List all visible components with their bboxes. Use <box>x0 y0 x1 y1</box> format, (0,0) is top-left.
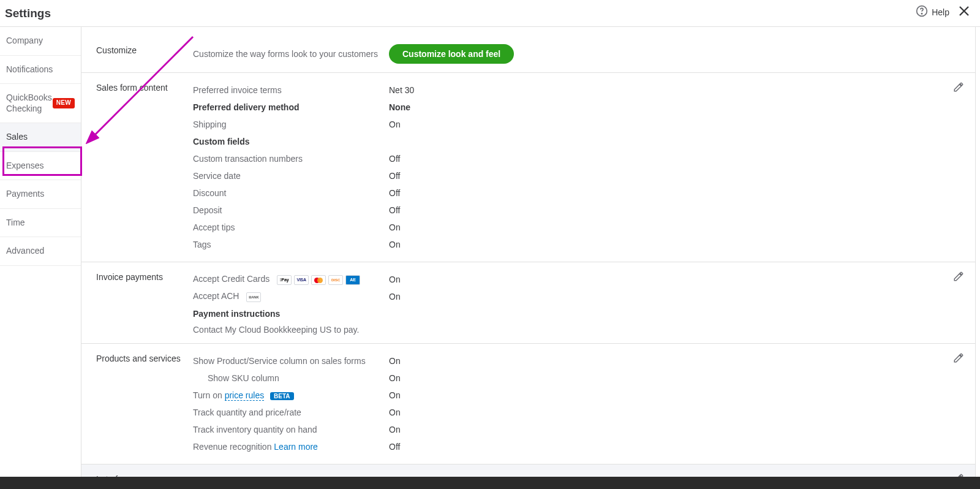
setting-label: Accept Credit Cards Pay VISA DISC AE <box>193 274 389 284</box>
price-rules-link[interactable]: price rules <box>225 390 265 401</box>
content-scroll[interactable]: Customize Customize the way forms look t… <box>81 27 980 489</box>
setting-value: On <box>389 425 401 434</box>
sidebar-item-label: Advanced <box>6 246 44 257</box>
setting-label: Accept ACH BANK <box>193 291 389 301</box>
section-products-services: Products and services Show Product/Servi… <box>81 344 980 464</box>
applepay-icon: Pay <box>277 275 292 285</box>
setting-label: Preferred invoice terms <box>193 85 389 95</box>
section-customize: Customize Customize the way forms look t… <box>81 38 980 73</box>
setting-value: None <box>389 102 410 112</box>
edit-section-button[interactable] <box>953 352 967 366</box>
mastercard-icon <box>311 275 326 285</box>
sidebar-item-label: Payments <box>6 189 44 200</box>
setting-value: On <box>389 292 401 301</box>
sidebar-item-expenses[interactable]: Expenses <box>0 152 81 181</box>
section-title: Sales form content <box>96 82 193 253</box>
help-label: Help <box>932 7 949 17</box>
beta-badge: BETA <box>270 392 293 400</box>
sidebar-item-sales[interactable]: Sales <box>0 123 81 152</box>
setting-value: On <box>389 408 401 417</box>
header: Settings Help <box>0 0 980 27</box>
sidebar-item-label: Sales <box>6 132 28 143</box>
discover-icon: DISC <box>328 275 343 285</box>
right-edge-strip <box>975 27 980 477</box>
setting-label: Discount <box>193 188 389 198</box>
sidebar-item-label: Company <box>6 36 43 47</box>
page-title: Settings <box>5 7 51 20</box>
sidebar-item-payments[interactable]: Payments <box>0 180 81 209</box>
sidebar-item-label: Time <box>6 218 25 229</box>
bank-icon: BANK <box>246 292 261 302</box>
setting-value: Off <box>389 442 400 452</box>
section-title: Customize <box>96 44 193 64</box>
sidebar-item-time[interactable]: Time <box>0 209 81 238</box>
customize-desc: Customize the way forms look to your cus… <box>193 49 389 59</box>
sidebar-item-notifications[interactable]: Notifications <box>0 56 81 85</box>
learn-more-link[interactable]: Learn more <box>274 442 318 452</box>
setting-value: Off <box>389 171 400 181</box>
setting-value: On <box>389 373 401 383</box>
sidebar-item-label: Expenses <box>6 161 43 172</box>
edit-section-button[interactable] <box>953 271 967 284</box>
setting-value: On <box>389 240 401 249</box>
setting-label: Deposit <box>193 205 389 215</box>
setting-label: Tags <box>193 240 389 249</box>
new-badge: NEW <box>53 98 75 108</box>
setting-label: Service date <box>193 171 389 181</box>
sidebar-item-company[interactable]: Company <box>0 27 81 56</box>
setting-label: Turn on price rules BETA <box>193 390 389 400</box>
section-title: Invoice payments <box>96 271 193 335</box>
help-button[interactable]: Help <box>916 5 949 19</box>
amex-icon: AE <box>345 275 360 285</box>
sidebar-item-quickbooks-checking[interactable]: QuickBooks Checking NEW <box>0 84 81 123</box>
setting-value: On <box>389 390 401 400</box>
setting-label: Preferred delivery method <box>193 102 389 112</box>
setting-label: Track inventory quantity on hand <box>193 425 389 434</box>
card-brand-icons: Pay VISA DISC AE <box>277 275 360 285</box>
setting-value: On <box>389 119 401 129</box>
payment-instructions-text: Contact My Cloud Bookkkeeping US to pay. <box>193 325 965 335</box>
setting-label: Show Product/Service column on sales for… <box>193 356 389 366</box>
sidebar: Company Notifications QuickBooks Checkin… <box>0 27 81 489</box>
setting-value: Net 30 <box>389 85 414 95</box>
visa-icon: VISA <box>294 275 309 285</box>
setting-value: Off <box>389 154 400 164</box>
section-title: Products and services <box>96 352 193 455</box>
setting-label: Custom fields <box>193 137 389 146</box>
sidebar-item-label: Notifications <box>6 64 53 75</box>
setting-value: On <box>389 356 401 366</box>
setting-label: Accept tips <box>193 222 389 232</box>
sidebar-item-label: QuickBooks Checking <box>6 93 53 114</box>
section-sales-form-content: Sales form content Preferred invoice ter… <box>81 73 980 262</box>
setting-label: Revenue recognition Learn more <box>193 442 389 452</box>
setting-label: Track quantity and price/rate <box>193 408 389 417</box>
svg-point-1 <box>922 13 922 14</box>
sidebar-item-advanced[interactable]: Advanced <box>0 237 81 266</box>
edit-section-button[interactable] <box>953 82 967 95</box>
setting-value: Off <box>389 205 400 215</box>
setting-label: Custom transaction numbers <box>193 154 389 164</box>
close-button[interactable] <box>957 4 971 20</box>
setting-label: Payment instructions <box>193 309 389 319</box>
section-invoice-payments: Invoice payments Accept Credit Cards Pa… <box>81 262 980 344</box>
setting-label: Show SKU column <box>193 373 389 383</box>
setting-value: On <box>389 222 401 232</box>
setting-value: Off <box>389 188 400 198</box>
setting-label: Shipping <box>193 119 389 129</box>
footer-bar <box>0 477 980 489</box>
customize-look-button[interactable]: Customize look and feel <box>389 44 514 64</box>
help-icon <box>916 5 928 19</box>
setting-value: On <box>389 275 401 284</box>
